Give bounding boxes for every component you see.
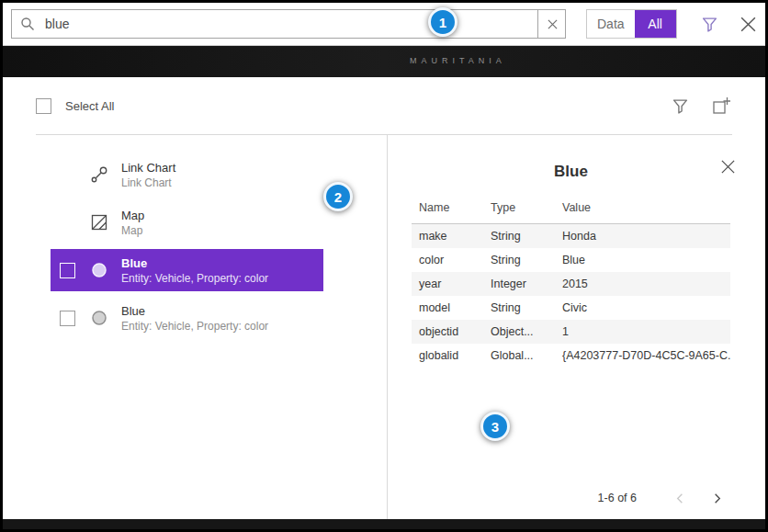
column-header-name: Name	[412, 196, 483, 224]
column-header-type: Type	[483, 196, 555, 224]
cell-value: Honda	[555, 224, 730, 249]
close-search-icon[interactable]	[739, 15, 758, 34]
result-subtitle: Link Chart	[121, 176, 175, 189]
clear-search-button[interactable]	[537, 9, 566, 39]
add-to-list-icon[interactable]	[712, 96, 730, 115]
callout-3: 3	[480, 412, 510, 441]
result-checkbox[interactable]	[60, 263, 75, 278]
search-scope-toggle: Data All	[586, 9, 677, 39]
map-icon	[89, 214, 109, 231]
pagination: 1-6 of 6	[598, 492, 730, 504]
cell-type: Global...	[483, 344, 555, 368]
cell-name: objectid	[412, 320, 483, 344]
entity-circle-icon	[89, 262, 109, 278]
result-title: Blue	[121, 256, 268, 270]
result-subtitle: Entity: Vehicle, Property: color	[121, 320, 268, 333]
table-row: make String Honda	[412, 224, 730, 249]
select-all-checkbox[interactable]	[36, 98, 51, 114]
search-icon	[12, 17, 43, 31]
cell-value: 2015	[555, 272, 730, 296]
search-bar: Data All	[3, 3, 765, 46]
cell-name: globalid	[412, 344, 483, 368]
pagination-label: 1-6 of 6	[598, 492, 637, 504]
cell-type: String	[483, 296, 555, 320]
cell-value: Blue	[555, 248, 730, 272]
filter-icon[interactable]	[702, 17, 717, 32]
next-page-icon[interactable]	[703, 492, 730, 504]
callout-1: 1	[428, 7, 457, 37]
column-header-value: Value	[555, 196, 730, 224]
scope-all-button[interactable]: All	[635, 10, 676, 38]
select-all-label: Select All	[65, 99, 114, 113]
table-row: objectid Object... 1	[412, 320, 730, 344]
detail-panel: Blue Name Type Value	[388, 135, 765, 519]
table-row: year Integer 2015	[412, 272, 730, 296]
search-results-panel: Select All Link Chart	[3, 77, 765, 519]
cell-name: color	[412, 248, 483, 272]
result-blue[interactable]: Blue Entity: Vehicle, Property: color	[51, 297, 323, 339]
table-row: model String Civic	[412, 296, 730, 320]
cell-value: 1	[555, 320, 730, 344]
result-subtitle: Entity: Vehicle, Property: color	[121, 272, 268, 285]
table-row: color String Blue	[412, 248, 730, 272]
result-map[interactable]: Map Map	[51, 201, 323, 243]
table-header-row: Name Type Value	[412, 196, 730, 224]
detail-header: Blue	[412, 148, 730, 196]
attribute-table: Name Type Value make String Honda color	[412, 196, 730, 368]
entity-circle-icon	[89, 310, 109, 326]
result-checkbox[interactable]	[60, 311, 75, 326]
cell-name: make	[412, 224, 483, 249]
cell-type: Object...	[483, 320, 555, 344]
result-title: Link Chart	[121, 161, 175, 175]
close-detail-icon[interactable]	[720, 159, 736, 175]
result-title: Blue	[121, 304, 268, 318]
cell-name: year	[412, 272, 483, 296]
result-blue-selected[interactable]: Blue Entity: Vehicle, Property: color	[51, 249, 323, 291]
search-input[interactable]	[43, 10, 537, 38]
scope-data-button[interactable]: Data	[587, 10, 635, 38]
cell-type: Integer	[483, 272, 555, 296]
cell-type: String	[483, 224, 555, 249]
map-background: MAURITANIA	[3, 46, 765, 77]
cell-value: {A4203777-D70D-4C5C-9A65-C...	[555, 344, 730, 368]
link-chart-icon	[89, 165, 109, 184]
cell-type: String	[483, 248, 555, 272]
callout-2: 2	[323, 182, 353, 211]
search-field[interactable]	[11, 9, 566, 39]
result-title: Map	[121, 209, 144, 222]
detail-title: Blue	[554, 163, 588, 181]
table-row: globalid Global... {A4203777-D70D-4C5C-9…	[412, 344, 730, 368]
cell-name: model	[412, 296, 483, 320]
cell-value: Civic	[555, 296, 730, 320]
results-filter-icon[interactable]	[672, 98, 688, 114]
result-link-chart[interactable]: Link Chart Link Chart	[51, 153, 323, 196]
previous-page-icon[interactable]	[666, 492, 694, 504]
app-window: Data All MAURITANIA Select All	[0, 0, 768, 532]
results-header: Select All	[3, 77, 765, 134]
map-country-label: MAURITANIA	[410, 56, 506, 65]
result-subtitle: Map	[121, 224, 144, 237]
